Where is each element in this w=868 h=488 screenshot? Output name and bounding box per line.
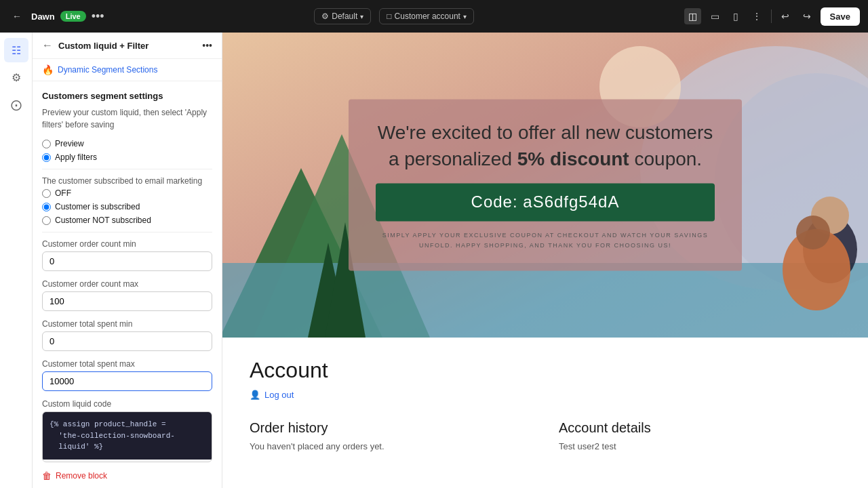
page-name: Customer account: [395, 12, 460, 21]
order-count-min-label: Customer order count min: [42, 239, 212, 249]
settings-icon: ⚙: [321, 12, 329, 21]
order-empty-text: You haven't placed any orders yet.: [250, 441, 532, 451]
order-history-section: Order history You haven't placed any ord…: [250, 420, 532, 451]
email-marketing-label: The customer subscribed to email marketi…: [42, 176, 212, 186]
panel-content: Customers segment settings Preview your …: [33, 81, 222, 488]
tablet-view-button[interactable]: ▭: [707, 8, 724, 24]
settings-section-title: Customers segment settings: [42, 91, 212, 101]
remove-block-button[interactable]: 🗑 Remove block: [42, 468, 107, 484]
breadcrumb-row: 🔥 Dynamic Segment Sections: [33, 59, 222, 81]
preview-radio-label[interactable]: Preview: [42, 139, 212, 148]
account-details-title: Account details: [559, 420, 841, 436]
panel-header: ← Custom liquid + Filter •••: [33, 33, 222, 59]
topbar-right: ◫ ▭ ▯ ⋮ ↩ ↪ Save: [684, 7, 860, 26]
save-button[interactable]: Save: [821, 7, 860, 26]
email-radio-group: OFF Customer is subscribed Customer NOT …: [42, 188, 212, 225]
panel-title: Custom liquid + Filter: [58, 41, 197, 51]
divider-2: [42, 232, 212, 232]
off-radio[interactable]: [42, 189, 51, 198]
account-details-section: Account details Test user2 test: [559, 420, 841, 451]
subscribed-label: Customer is subscribed: [55, 202, 140, 211]
subscribed-radio-label[interactable]: Customer is subscribed: [42, 202, 212, 211]
total-spent-max-input[interactable]: [42, 371, 212, 391]
svg-point-12: [796, 216, 830, 249]
remove-block-label: Remove block: [56, 471, 107, 481]
apply-filters-radio-label[interactable]: Apply filters: [42, 152, 212, 162]
total-spent-min-label: Customer total spent min: [42, 319, 212, 329]
code-label: Custom liquid code: [42, 399, 212, 409]
breadcrumb-link[interactable]: Dynamic Segment Sections: [58, 65, 157, 75]
live-badge: Live: [60, 11, 86, 22]
hero-subtext: SIMPLY APPLY YOUR EXCLUSIVE COUPON AT CH…: [376, 231, 715, 251]
panel-back-icon[interactable]: ←: [42, 39, 53, 52]
theme-selector[interactable]: ⚙ Default ▾: [314, 8, 371, 24]
left-panel: ← Custom liquid + Filter ••• 🔥 Dynamic S…: [33, 33, 222, 488]
order-history-title: Order history: [250, 420, 532, 436]
subscribed-radio[interactable]: [42, 203, 51, 211]
breadcrumb-emoji: 🔥: [42, 64, 54, 75]
apps-icon-button[interactable]: ⨀: [4, 92, 28, 117]
apply-filters-radio[interactable]: [42, 153, 51, 162]
coupon-code: Code: aS6dfg54dA: [471, 193, 620, 211]
preview-label: Preview: [55, 139, 84, 148]
account-section: Account 👤 Log out Order history You have…: [222, 338, 868, 472]
undo-button[interactable]: ↩: [777, 8, 793, 24]
hero-overlay: We're excited to offer all new customers…: [349, 99, 742, 270]
page-icon: □: [387, 12, 391, 21]
mode-radio-group: Preview Apply filters: [42, 139, 212, 162]
sections-icon-button[interactable]: ☷: [4, 38, 28, 62]
logout-link[interactable]: 👤 Log out: [250, 390, 841, 400]
divider-1: [42, 169, 212, 169]
order-count-min-input[interactable]: [42, 251, 212, 271]
hero-text: We're excited to offer all new customers…: [376, 119, 715, 172]
not-subscribed-radio-label[interactable]: Customer NOT subscribed: [42, 216, 212, 225]
code-textarea[interactable]: {% assign product_handle = 'the-collecti…: [43, 412, 212, 460]
main-layout: ☷ ⚙ ⨀ ← Custom liquid + Filter ••• 🔥 Dyn…: [0, 33, 868, 488]
person-icon: 👤: [250, 390, 260, 400]
preview-content: We're excited to offer all new customers…: [222, 33, 868, 488]
preview-radio[interactable]: [42, 140, 51, 148]
topbar-center: ⚙ Default ▾ □ Customer account ▾: [314, 8, 474, 24]
topbar-left: ← Dawn Live •••: [8, 8, 104, 24]
divider: [771, 9, 772, 23]
settings-description: Preview your custom liquid, then select …: [42, 106, 212, 131]
page-selector[interactable]: □ Customer account ▾: [379, 8, 474, 24]
panel-more-button[interactable]: •••: [202, 41, 212, 50]
coupon-box: Code: aS6dfg54dA: [376, 184, 715, 222]
page-chevron-icon: ▾: [463, 13, 467, 20]
settings-icon-button[interactable]: ⚙: [4, 65, 28, 89]
desktop-view-button[interactable]: ◫: [684, 8, 701, 24]
total-spent-max-label: Customer total spent max: [42, 359, 212, 369]
preview-area: We're excited to offer all new customers…: [222, 33, 868, 488]
order-count-max-input[interactable]: [42, 291, 212, 311]
account-grid: Order history You haven't placed any ord…: [250, 420, 841, 451]
topbar: ← Dawn Live ••• ⚙ Default ▾ □ Customer a…: [0, 0, 868, 33]
apply-filters-label: Apply filters: [55, 152, 97, 162]
trash-icon: 🗑: [42, 470, 52, 481]
back-button[interactable]: ←: [8, 8, 26, 24]
more-view-button[interactable]: ⋮: [748, 8, 766, 24]
total-spent-min-input[interactable]: [42, 331, 212, 351]
mobile-view-button[interactable]: ▯: [729, 8, 743, 24]
topbar-more-button[interactable]: •••: [92, 10, 104, 22]
store-name: Dawn: [31, 12, 55, 22]
theme-name: Default: [332, 12, 357, 21]
order-count-max-label: Customer order count max: [42, 279, 212, 289]
not-subscribed-label: Customer NOT subscribed: [55, 216, 151, 225]
icon-sidebar: ☷ ⚙ ⨀: [0, 33, 33, 488]
account-user-text: Test user2 test: [559, 441, 841, 451]
redo-button[interactable]: ↪: [799, 8, 815, 24]
code-area-wrapper: {% assign product_handle = 'the-collecti…: [42, 411, 212, 462]
off-label: OFF: [55, 188, 71, 198]
account-title: Account: [250, 358, 841, 383]
chevron-down-icon: ▾: [360, 13, 363, 20]
logout-label: Log out: [264, 390, 294, 400]
off-radio-label[interactable]: OFF: [42, 188, 212, 198]
hero-text-part2: coupon.: [629, 149, 702, 170]
panel-scroll-wrapper: Customers segment settings Preview your …: [33, 81, 222, 488]
hero-discount: 5% discount: [517, 149, 629, 170]
hero-section: We're excited to offer all new customers…: [222, 33, 868, 338]
not-subscribed-radio[interactable]: [42, 216, 51, 225]
